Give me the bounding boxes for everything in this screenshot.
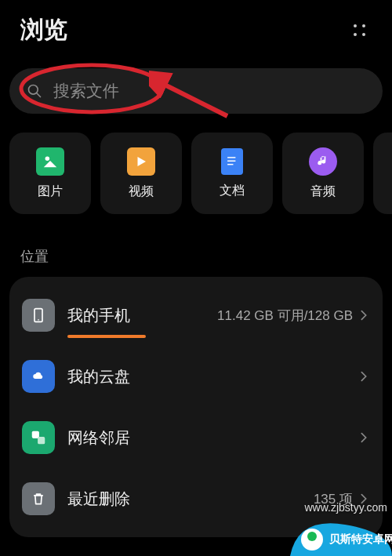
locations-heading: 位置	[20, 247, 392, 266]
page-title: 浏览	[20, 14, 67, 46]
svg-rect-5	[227, 157, 235, 158]
search-icon	[27, 83, 42, 99]
selection-indicator	[67, 335, 146, 338]
svg-line-1	[37, 93, 41, 97]
network-icon	[22, 421, 55, 454]
chevron-right-icon	[358, 431, 370, 444]
row-label: 网络邻居	[67, 427, 358, 449]
row-label: 我的手机	[67, 305, 217, 326]
location-cloud[interactable]: 我的云盘	[9, 346, 383, 407]
category-label: 文档	[220, 183, 245, 199]
svg-rect-6	[227, 160, 235, 161]
svg-rect-7	[227, 163, 233, 164]
location-phone[interactable]: 我的手机 11.42 GB 可用/128 GB	[9, 285, 383, 346]
image-icon	[36, 147, 64, 176]
chevron-right-icon	[358, 309, 370, 322]
svg-text:贝斯特安卓网: 贝斯特安卓网	[328, 532, 392, 545]
phone-icon	[22, 299, 55, 332]
search-input[interactable]: 搜索文件	[9, 68, 383, 114]
svg-rect-11	[38, 437, 45, 444]
category-images[interactable]: 图片	[9, 133, 91, 214]
category-label: 音频	[310, 184, 336, 200]
category-row: 图片 视频 文档 音频	[0, 133, 392, 214]
svg-rect-10	[32, 431, 39, 438]
video-icon	[127, 147, 155, 176]
row-label: 最近删除	[67, 489, 314, 510]
cloud-icon	[22, 360, 55, 393]
trash-icon	[22, 482, 55, 515]
search-placeholder: 搜索文件	[53, 80, 119, 102]
row-label: 我的云盘	[67, 366, 358, 387]
row-meta: 11.42 GB 可用/128 GB	[217, 307, 353, 325]
category-audio[interactable]: 音频	[282, 133, 364, 214]
watermark-badge: 贝斯特安卓网	[290, 513, 392, 556]
chevron-right-icon	[358, 370, 370, 383]
document-icon	[221, 148, 243, 175]
location-network[interactable]: 网络邻居	[9, 407, 383, 468]
category-label: 图片	[38, 184, 63, 200]
locations-panel: 我的手机 11.42 GB 可用/128 GB 我的云盘 网络邻居 最近删除 1…	[9, 277, 383, 537]
audio-icon	[309, 147, 337, 176]
category-videos[interactable]: 视频	[100, 133, 182, 214]
category-label: 视频	[129, 184, 154, 200]
category-more[interactable]	[373, 133, 392, 214]
more-icon[interactable]	[347, 18, 372, 42]
svg-point-9	[38, 319, 39, 321]
watermark-url: www.zjbstyy.com	[304, 501, 387, 514]
category-documents[interactable]: 文档	[191, 133, 273, 214]
svg-point-4	[45, 156, 50, 161]
